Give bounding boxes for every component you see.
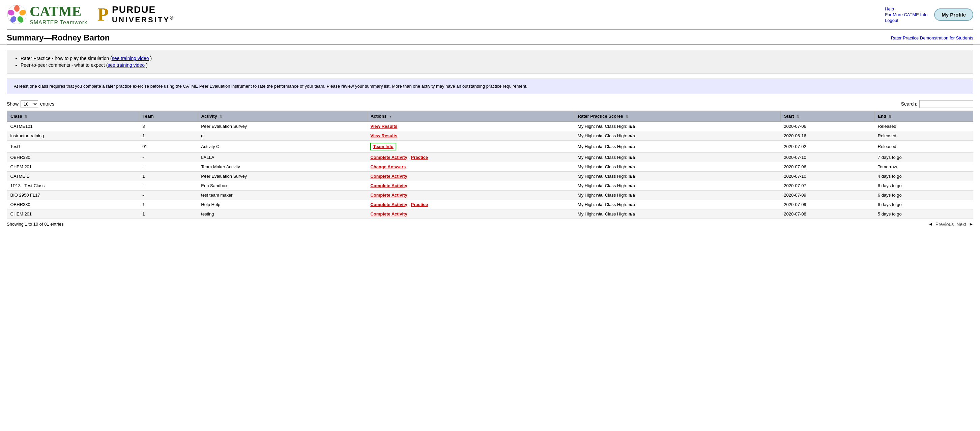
table-row: OBHR3301Help HelpComplete Activity , Pra… (7, 200, 973, 209)
catme-brand-name: CATME (30, 3, 88, 19)
next-button[interactable]: Next (956, 221, 966, 227)
cell-end: 6 days to go (875, 190, 973, 200)
col-start: Start ⇅ (780, 111, 875, 121)
action-link-0[interactable]: View Results (370, 124, 397, 129)
next-arrow: ► (969, 221, 973, 227)
cell-team: 1 (139, 171, 197, 181)
cell-rater: My High: n/a Class High: n/a (574, 153, 780, 162)
training-video-link-1[interactable]: see training video (112, 56, 149, 61)
cell-activity: Help Help (197, 200, 367, 209)
cell-actions: Change Answers (367, 162, 574, 171)
table-row: BIO 2950 FL17-test team makerComplete Ac… (7, 190, 973, 200)
search-input[interactable] (919, 100, 973, 108)
cell-rater: My High: n/a Class High: n/a (574, 190, 780, 200)
table-row: Test101Activity CTeam InfoMy High: n/a C… (7, 140, 973, 153)
my-profile-button[interactable]: My Profile (934, 8, 973, 21)
cell-team: 1 (139, 131, 197, 140)
sort-icon-actions[interactable]: ▼ (389, 115, 392, 118)
cell-class: CHEM 201 (7, 162, 139, 171)
cell-activity: Peer Evaluation Survey (197, 171, 367, 181)
sort-icon-end[interactable]: ⇅ (889, 115, 891, 118)
cell-start: 2020-07-02 (780, 140, 875, 153)
cell-end: Released (875, 140, 973, 153)
info-item-1: Rater Practice - how to play the simulat… (21, 56, 966, 61)
svg-point-2 (19, 9, 27, 16)
page-title: Summary—Rodney Barton (7, 33, 110, 43)
svg-point-1 (14, 5, 19, 12)
entries-select[interactable]: 10 25 50 100 (21, 100, 38, 108)
svg-point-6 (14, 12, 19, 17)
sort-icon-start[interactable]: ⇅ (796, 115, 799, 118)
action-link-1[interactable]: Practice (411, 155, 428, 160)
rater-practice-demo-link[interactable]: Rater Practice Demonstration for Student… (891, 35, 973, 40)
catme-logo: CATME SMARTER Teamwork (7, 3, 88, 25)
more-info-link[interactable]: For More CATME Info (885, 12, 928, 17)
col-rater: Rater Practice Scores ⇅ (574, 111, 780, 121)
purdue-logo: P PURDUE UNIVERSITY® (97, 4, 175, 25)
table-header-row: Class ⇅ Team Activity ⇅ Actions ▼ Rater … (7, 111, 973, 121)
action-link-0[interactable]: Complete Activity (370, 212, 407, 216)
col-actions: Actions ▼ (367, 111, 574, 121)
team-info-button[interactable]: Team Info (370, 143, 396, 150)
action-link-1[interactable]: Practice (411, 202, 428, 207)
action-link-0[interactable]: Change Answers (370, 164, 406, 169)
purdue-reg: ® (170, 15, 175, 21)
cell-end: 4 days to go (875, 171, 973, 181)
col-end: End ⇅ (875, 111, 973, 121)
cell-team: - (139, 181, 197, 190)
table-header: Class ⇅ Team Activity ⇅ Actions ▼ Rater … (7, 111, 973, 121)
table-footer: Showing 1 to 10 of 81 entries ◄ Previous… (0, 219, 980, 230)
action-link-0[interactable]: Complete Activity (370, 192, 407, 198)
table-row: CATME1013Peer Evaluation SurveyView Resu… (7, 121, 973, 131)
info-item-2: Peer-to-peer comments - what to expect (… (21, 62, 966, 68)
action-link-0[interactable]: Complete Activity (370, 183, 407, 188)
showing-text: Showing 1 to 10 of 81 entries (7, 221, 64, 227)
cell-activity: test team maker (197, 190, 367, 200)
cell-start: 2020-07-07 (780, 181, 875, 190)
cell-actions: View Results (367, 131, 574, 140)
cell-class: BIO 2950 FL17 (7, 190, 139, 200)
cell-end: Released (875, 121, 973, 131)
cell-start: 2020-07-06 (780, 121, 875, 131)
action-link-0[interactable]: Complete Activity (370, 155, 407, 160)
action-link-0[interactable]: Complete Activity (370, 174, 407, 179)
catme-logo-icon (7, 5, 27, 25)
cell-class: Test1 (7, 140, 139, 153)
cell-start: 2020-07-09 (780, 200, 875, 209)
cell-activity: Peer Evaluation Survey (197, 121, 367, 131)
header: CATME SMARTER Teamwork P PURDUE UNIVERSI… (0, 0, 980, 29)
purdue-name: PURDUE (112, 5, 175, 15)
cell-team: - (139, 153, 197, 162)
purdue-university: UNIVERSITY® (112, 15, 175, 24)
pagination: ◄ Previous Next ► (928, 221, 973, 227)
cell-rater: My High: n/a Class High: n/a (574, 131, 780, 140)
cell-class: instructor training (7, 131, 139, 140)
cell-class: OBHR330 (7, 200, 139, 209)
help-link[interactable]: Help (885, 6, 928, 11)
col-team: Team (139, 111, 197, 121)
previous-button[interactable]: Previous (935, 221, 954, 227)
sort-icon-class[interactable]: ⇅ (24, 115, 27, 118)
cell-class: OBHR330 (7, 153, 139, 162)
sort-icon-rater[interactable]: ⇅ (625, 115, 628, 118)
purdue-p-letter: P (97, 4, 108, 25)
table-controls: Show 10 25 50 100 entries Search: (0, 97, 980, 111)
cell-class: CHEM 201 (7, 209, 139, 218)
table-row: OBHR330-LALLAComplete Activity , Practic… (7, 153, 973, 162)
prev-arrow: ◄ (928, 221, 933, 227)
cell-actions: Complete Activity , Practice (367, 200, 574, 209)
alert-box: At least one class requires that you com… (7, 79, 973, 94)
action-link-0[interactable]: Complete Activity (370, 202, 407, 207)
search-label: Search: (901, 101, 917, 107)
sort-icon-activity[interactable]: ⇅ (219, 115, 222, 118)
cell-rater: My High: n/a Class High: n/a (574, 162, 780, 171)
cell-start: 2020-07-09 (780, 190, 875, 200)
cell-end: 6 days to go (875, 200, 973, 209)
training-video-link-2[interactable]: see training video (108, 62, 145, 68)
logout-link[interactable]: Logout (885, 18, 928, 23)
cell-start: 2020-07-10 (780, 171, 875, 181)
cell-end: Tomorrow (875, 162, 973, 171)
table-row: 1P13 - Test Class-Erin SandboxComplete A… (7, 181, 973, 190)
purdue-text: PURDUE UNIVERSITY® (112, 5, 175, 24)
action-link-0[interactable]: View Results (370, 133, 397, 138)
